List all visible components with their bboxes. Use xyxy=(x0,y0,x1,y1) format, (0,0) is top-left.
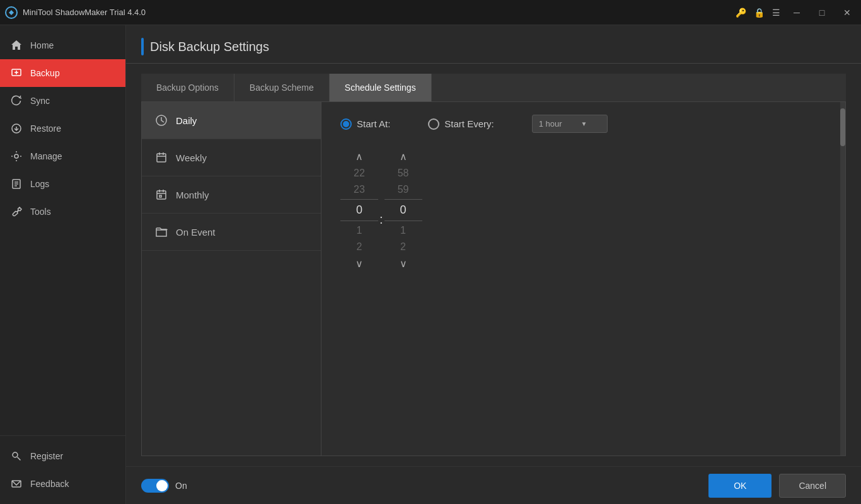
start-every-radio[interactable]: Start Every: xyxy=(428,118,494,130)
minutes-prev1: 59 xyxy=(398,181,409,198)
minutes-column: ∧ 58 59 0 1 2 ∨ xyxy=(384,148,422,272)
minutes-next1: 1 xyxy=(400,222,406,239)
title-bar-left: MiniTool ShadowMaker Trial 4.4.0 xyxy=(5,6,146,19)
svg-point-8 xyxy=(13,452,18,457)
start-every-radio-circle xyxy=(428,118,439,130)
hours-divider-bottom xyxy=(340,220,378,221)
sidebar-item-restore[interactable]: Restore xyxy=(0,115,125,142)
schedule-type-on-event[interactable]: On Event xyxy=(142,214,321,251)
minutes-up-button[interactable]: ∧ xyxy=(384,148,422,165)
header-accent-bar xyxy=(141,38,144,55)
tab-bar: Backup Options Backup Scheme Schedule Se… xyxy=(141,74,846,102)
sidebar-label-feedback: Feedback xyxy=(30,479,69,489)
interval-dropdown[interactable]: 1 hour ▼ xyxy=(532,115,608,133)
start-at-radio-circle xyxy=(340,118,352,130)
app-title: MiniTool ShadowMaker Trial 4.4.0 xyxy=(23,8,146,17)
page-header: Disk Backup Settings xyxy=(126,25,861,64)
hours-down-button[interactable]: ∨ xyxy=(340,255,378,272)
minutes-prev2: 58 xyxy=(398,165,409,181)
footer: On OK Cancel xyxy=(126,466,861,504)
clock-icon xyxy=(154,113,168,127)
tab-backup-options[interactable]: Backup Options xyxy=(141,74,234,101)
svg-rect-19 xyxy=(159,195,161,197)
sidebar-label-manage: Manage xyxy=(30,151,62,161)
start-at-radio[interactable]: Start At: xyxy=(340,118,390,130)
start-every-label: Start Every: xyxy=(444,118,494,129)
sidebar: Home Backup Sync Restore xyxy=(0,25,126,504)
lock-icon[interactable]: 🔒 xyxy=(754,8,765,18)
page-title: Disk Backup Settings xyxy=(150,40,269,54)
sidebar-item-logs[interactable]: Logs xyxy=(0,170,125,198)
minutes-current: 0 xyxy=(400,201,407,219)
sidebar-item-home[interactable]: Home xyxy=(0,32,125,59)
dialog-body: Daily Weekly Monthly xyxy=(141,102,846,456)
menu-icon[interactable]: ☰ xyxy=(772,8,780,18)
schedule-type-weekly[interactable]: Weekly xyxy=(142,139,321,176)
hours-current: 0 xyxy=(356,201,362,219)
folder-icon xyxy=(154,225,168,239)
toggle-label: On xyxy=(175,481,187,491)
app-logo-icon xyxy=(5,6,18,19)
sidebar-label-register: Register xyxy=(30,451,63,461)
calendar-week-icon xyxy=(154,151,168,164)
schedule-monthly-label: Monthly xyxy=(176,190,209,200)
schedule-options-panel: Start At: Start Every: 1 hour ▼ xyxy=(321,102,845,455)
tab-backup-scheme[interactable]: Backup Scheme xyxy=(234,74,330,101)
svg-rect-11 xyxy=(157,154,166,162)
cancel-button[interactable]: Cancel xyxy=(779,474,846,498)
hours-prev1: 23 xyxy=(354,181,365,198)
sidebar-nav: Home Backup Sync Restore xyxy=(0,25,125,435)
sidebar-item-feedback[interactable]: Feedback xyxy=(0,470,125,498)
sidebar-item-sync[interactable]: Sync xyxy=(0,87,125,115)
time-separator: : xyxy=(378,212,384,227)
hours-column: ∧ 22 23 0 1 2 ∨ xyxy=(340,148,378,272)
sidebar-item-tools[interactable]: Tools xyxy=(0,198,125,226)
backup-icon xyxy=(10,67,23,79)
title-bar-controls: 🔑 🔒 ☰ ─ □ ✕ xyxy=(736,4,856,21)
toggle-container: On xyxy=(141,479,187,493)
sidebar-item-register[interactable]: Register xyxy=(0,442,125,470)
sync-icon xyxy=(10,94,23,107)
schedule-types-panel: Daily Weekly Monthly xyxy=(142,102,321,455)
hours-up-button[interactable]: ∧ xyxy=(340,148,378,165)
schedule-on-event-label: On Event xyxy=(176,227,216,238)
key-icon[interactable]: 🔑 xyxy=(736,8,746,18)
scrollbar-thumb[interactable] xyxy=(840,108,845,146)
restore-button[interactable]: □ xyxy=(813,4,831,21)
calendar-icon xyxy=(154,188,168,202)
sidebar-item-manage[interactable]: Manage xyxy=(0,142,125,170)
feedback-icon xyxy=(10,478,23,490)
manage-icon xyxy=(10,150,23,163)
content-area: Disk Backup Settings Backup Options Back… xyxy=(126,25,861,504)
sidebar-label-tools: Tools xyxy=(30,207,51,217)
home-icon xyxy=(10,39,23,52)
sidebar-item-backup[interactable]: Backup xyxy=(0,59,125,87)
register-key-icon xyxy=(10,450,23,462)
close-button[interactable]: ✕ xyxy=(838,4,856,21)
schedule-weekly-label: Weekly xyxy=(176,152,207,163)
time-picker: ∧ 22 23 0 1 2 ∨ : xyxy=(340,148,826,272)
sidebar-label-home: Home xyxy=(30,40,54,50)
sidebar-label-sync: Sync xyxy=(30,96,50,106)
title-bar: MiniTool ShadowMaker Trial 4.4.0 🔑 🔒 ☰ ─… xyxy=(0,0,861,25)
schedule-type-monthly[interactable]: Monthly xyxy=(142,176,321,214)
minimize-button[interactable]: ─ xyxy=(788,4,806,21)
logs-icon xyxy=(10,178,23,190)
tab-schedule-settings[interactable]: Schedule Settings xyxy=(330,74,432,101)
footer-buttons: OK Cancel xyxy=(708,474,846,498)
minutes-down-button[interactable]: ∨ xyxy=(384,255,422,272)
schedule-toggle[interactable] xyxy=(141,479,169,493)
hours-divider-top xyxy=(340,199,378,200)
minutes-divider-top xyxy=(384,199,422,200)
main-layout: Home Backup Sync Restore xyxy=(0,25,861,504)
ok-button[interactable]: OK xyxy=(708,474,771,498)
scrollbar-track[interactable] xyxy=(840,102,845,455)
minutes-next2: 2 xyxy=(400,239,406,255)
schedule-type-daily[interactable]: Daily xyxy=(142,102,321,139)
interval-value: 1 hour xyxy=(539,119,562,129)
restore-icon xyxy=(10,122,23,135)
schedule-daily-label: Daily xyxy=(176,115,197,126)
hours-prev2: 22 xyxy=(354,165,365,181)
minutes-divider-bottom xyxy=(384,220,422,221)
start-at-label: Start At: xyxy=(357,118,390,129)
